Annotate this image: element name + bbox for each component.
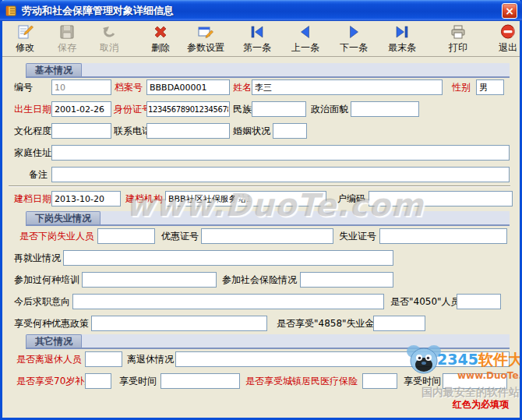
jiandang-jigou-label: 建档机构 [125, 191, 163, 206]
previous-record-button[interactable]: 上一条 [281, 23, 330, 55]
jiating-zhuzhi-input[interactable] [51, 145, 510, 161]
xiangshou-shijian-1-label: 享受时间 [119, 373, 157, 389]
wenhua-chengdu-input[interactable] [51, 123, 111, 139]
last-record-button[interactable]: 最末条 [378, 23, 426, 55]
undo-icon [101, 23, 118, 41]
lituixiu-qingkuang-input[interactable] [175, 351, 510, 367]
butie-70-label: 是否享受70岁补贴 [16, 373, 93, 389]
jiating-zhuzhi-label: 家庭住址 [14, 145, 51, 161]
settings-icon [197, 23, 214, 41]
section-underline [26, 224, 510, 226]
minzu-input[interactable] [252, 101, 306, 117]
yiliao-baoxian-input[interactable] [362, 373, 397, 389]
zaijiuye-label: 再就业情况 [14, 250, 61, 266]
xiagang-label: 是否下岗失业人员 [19, 228, 94, 244]
window-title: 劳动和社会保障管理对象详细信息 [22, 4, 174, 18]
zhengzhi-mianmao-input[interactable] [351, 101, 419, 117]
chusheng-riqi-input[interactable] [51, 101, 111, 117]
xiagang-input[interactable] [97, 228, 155, 244]
youhui-zhengce-input[interactable] [91, 316, 267, 331]
jiandang-riqi-input[interactable] [51, 191, 121, 206]
hunyin-input[interactable] [273, 123, 307, 139]
canjia-peixun-input[interactable] [82, 272, 217, 288]
butie-70-input[interactable] [85, 373, 111, 389]
xiangshou-shijian-1-input[interactable] [160, 373, 240, 389]
shehui-baoxian-input[interactable] [300, 272, 393, 288]
divider [9, 185, 510, 187]
cancel-button: 取消 [91, 23, 127, 55]
qiuzhi-yixiang-input[interactable] [72, 294, 384, 309]
first-record-label: 第一条 [243, 41, 271, 55]
qiuzhi-yixiang-label: 今后求职意向 [14, 294, 70, 309]
print-button[interactable]: 打印 [440, 23, 476, 55]
next-record-label: 下一条 [340, 41, 368, 55]
bianhao-input [51, 79, 111, 95]
shiyejin-4858-label: 是否享受"4858"失业金 [277, 316, 375, 331]
section-underline [26, 348, 510, 349]
save-button: 保存 [49, 23, 85, 55]
canjia-peixun-label: 参加过何种培训 [14, 272, 79, 288]
next-record-button[interactable]: 下一条 [330, 23, 378, 55]
lianxi-dianhua-input[interactable] [146, 123, 230, 139]
save-icon [58, 23, 76, 41]
xingbie-input[interactable] [476, 79, 504, 95]
beizhu-label: 备注 [29, 167, 48, 182]
shiye-zhenghao-label: 失业证号 [339, 228, 376, 244]
jiandang-riqi-label: 建档日期 [14, 191, 51, 206]
delete-button-label: 删除 [151, 41, 170, 55]
last-record-label: 最末条 [388, 41, 416, 55]
chusheng-riqi-label: 出生日期 [14, 101, 51, 117]
delete-button[interactable]: 删除 [143, 23, 178, 55]
print-icon [450, 23, 467, 41]
lituixiu-renyuan-label: 是否离退休人员 [16, 351, 82, 367]
beizhu-input[interactable] [51, 167, 510, 182]
exit-button-label: 退出 [499, 41, 517, 55]
jiandang-jigou-input[interactable] [165, 191, 326, 206]
xingming-label: 姓名 [233, 79, 252, 95]
shenfenzheng-input[interactable] [146, 101, 230, 117]
youhui-zhengce-label: 享受何种优惠政策 [14, 316, 89, 331]
parameter-settings-button[interactable]: 参数设置 [182, 23, 230, 55]
renyuan-4050-label: 是否"4050"人员 [390, 294, 460, 309]
save-button-label: 保存 [58, 41, 76, 55]
shehui-baoxian-label: 参加社会保险情况 [222, 272, 297, 288]
lituixiu-qingkuang-label: 离退休情况 [127, 351, 174, 367]
edit-button[interactable]: 修改 [7, 23, 43, 55]
shiye-zhenghao-input[interactable] [379, 228, 507, 244]
hu-bianma-input[interactable] [369, 191, 513, 206]
lituixiu-renyuan-input[interactable] [85, 351, 122, 367]
edit-button-label: 修改 [16, 41, 34, 55]
section-tab-laidoff: 下岗失业情况 [26, 211, 101, 224]
danganhao-input[interactable] [146, 79, 230, 95]
close-button[interactable]: × [502, 3, 517, 19]
zaijiuye-input[interactable] [63, 250, 393, 266]
first-record-button[interactable]: 第一条 [233, 23, 281, 55]
xiangshou-shijian-2-input[interactable] [443, 373, 507, 389]
hu-bianma-label: 户编码 [337, 191, 365, 206]
youhui-zhenghao-input[interactable] [201, 228, 333, 244]
shenfenzheng-label: 身份证号 [114, 101, 151, 117]
titlebar[interactable]: 劳动和社会保障管理对象详细信息 × [0, 0, 522, 21]
section-band [26, 334, 510, 348]
section-underline [26, 76, 510, 78]
delete-icon [152, 23, 169, 41]
cancel-button-label: 取消 [100, 41, 118, 55]
toolbar: 修改 保存 取消 [2, 21, 520, 57]
exit-button[interactable]: 退出 [490, 23, 522, 55]
renyuan-4050-input[interactable] [457, 294, 501, 309]
xingming-input[interactable] [252, 79, 443, 95]
youhui-zhenghao-label: 优惠证号 [161, 228, 199, 244]
required-fields-note: 红色为必填项 [453, 398, 509, 411]
xiangshou-shijian-2-label: 享受时间 [404, 373, 441, 389]
section-band [26, 63, 510, 76]
yiliao-baoxian-label: 是否享受城镇居民医疗保险 [245, 373, 358, 389]
shiyejin-4858-input[interactable] [373, 316, 425, 331]
detail-form: 基本情况 编号 档案号 姓名 性别 出生日期 身份证号 民族 政治面貌 文化程度… [2, 58, 520, 418]
bianhao-label: 编号 [14, 79, 33, 95]
wenhua-chengdu-label: 文化程度 [14, 123, 51, 139]
first-record-icon [249, 23, 266, 41]
previous-record-label: 上一条 [291, 41, 319, 55]
edit-icon [16, 23, 34, 41]
zhengzhi-mianmao-label: 政治面貌 [311, 101, 348, 117]
app-icon [5, 5, 17, 17]
